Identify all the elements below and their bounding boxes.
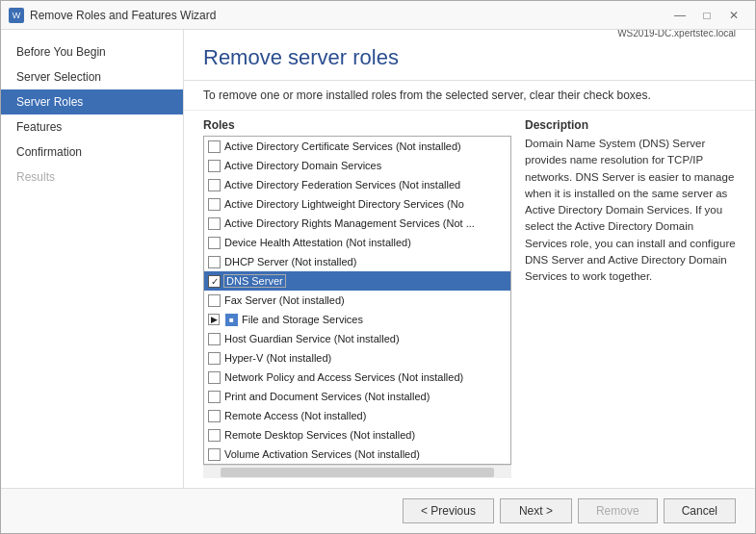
previous-button[interactable]: < Previous [403,498,494,523]
sidebar-item-before-you-begin[interactable]: Before You Begin [1,39,183,64]
sidebar-item-results: Results [1,165,183,190]
role-label: Hyper-V (Not installed) [224,352,331,364]
cancel-button[interactable]: Cancel [664,498,736,523]
role-label-dns: DNS Server [224,275,285,287]
role-checkbox[interactable] [208,371,221,384]
sidebar-item-server-roles[interactable]: Server Roles [1,89,183,114]
roles-column: Roles Active Directory Certificate Servi… [203,111,511,478]
destination-server: DESTINATION SERVER WS2019-DC.xpertstec.l… [617,30,736,38]
role-checkbox[interactable] [208,179,221,191]
role-label: Active Directory Rights Management Servi… [224,217,475,229]
role-label: Active Directory Lightweight Directory S… [224,198,464,210]
role-item[interactable]: Active Directory Lightweight Directory S… [204,194,510,214]
description-header: Description [525,111,736,136]
role-checkbox[interactable] [208,294,221,307]
role-label: Network Policy and Access Services (Not … [224,371,463,383]
horizontal-scrollbar[interactable] [203,465,511,478]
role-checkbox[interactable] [208,237,221,249]
minimize-button[interactable]: — [666,5,693,26]
role-item[interactable]: Web Server (IIS) (Not installed) [204,464,510,465]
roles-header: Roles [203,111,511,136]
role-label: Fax Server (Not installed) [224,294,345,306]
role-item[interactable]: Volume Activation Services (Not installe… [204,445,510,464]
role-checkbox[interactable] [208,448,221,461]
role-item-dns-server[interactable]: DNS Server [204,271,510,291]
wizard-window: W Remove Roles and Features Wizard — □ ✕… [0,0,756,534]
destination-value: WS2019-DC.xpertstec.local [617,30,736,38]
role-label: Remote Access (Not installed) [224,410,366,421]
role-item[interactable]: Print and Document Services (Not install… [204,387,510,406]
role-item[interactable]: Fax Server (Not installed) [204,291,510,310]
role-checkbox[interactable] [208,140,221,153]
role-item[interactable]: DHCP Server (Not installed) [204,252,510,271]
role-checkbox[interactable] [208,198,221,211]
role-checkbox-dns[interactable] [208,275,221,288]
role-label: Host Guardian Service (Not installed) [224,333,400,344]
role-item[interactable]: Remote Desktop Services (Not installed) [204,425,510,445]
role-item[interactable]: Active Directory Certificate Services (N… [204,137,510,156]
title-bar: W Remove Roles and Features Wizard — □ ✕ [1,1,755,30]
role-label: Print and Document Services (Not install… [224,391,430,402]
role-label: File and Storage Services [242,314,363,325]
role-item[interactable]: Active Directory Rights Management Servi… [204,214,510,233]
role-label: Active Directory Certificate Services (N… [224,140,461,152]
role-item[interactable]: Hyper-V (Not installed) [204,348,510,368]
role-checkbox[interactable] [208,429,221,442]
wizard-icon: W [9,8,24,23]
role-item[interactable]: Remote Access (Not installed) [204,406,510,425]
roles-listbox[interactable]: Active Directory Certificate Services (N… [203,136,511,465]
hscroll-thumb[interactable] [221,468,494,477]
sidebar-item-features[interactable]: Features [1,114,183,140]
sidebar-item-confirmation[interactable]: Confirmation [1,140,183,165]
role-item[interactable]: Device Health Attestation (Not installed… [204,233,510,252]
next-button[interactable]: Next > [500,498,572,523]
role-item[interactable]: Network Policy and Access Services (Not … [204,368,510,387]
role-checkbox[interactable] [208,391,221,403]
close-button[interactable]: ✕ [720,5,747,26]
wizard-footer: < Previous Next > Remove Cancel [1,488,755,533]
page-header: Remove server roles DESTINATION SERVER W… [184,30,755,81]
role-label: Remote Desktop Services (Not installed) [224,429,415,441]
role-item-file-storage[interactable]: ▶ File and Storage Services [204,310,510,329]
role-item[interactable]: Active Directory Domain Services [204,156,510,175]
description-column: Description Domain Name System (DNS) Ser… [525,111,736,478]
role-checkbox[interactable] [208,333,221,345]
title-bar-controls: — □ ✕ [666,5,747,26]
instruction-bar: To remove one or more installed roles fr… [184,81,755,111]
role-checkbox-file-storage[interactable] [225,314,238,326]
role-checkbox[interactable] [208,410,221,422]
role-checkbox[interactable] [208,217,221,230]
maximize-button[interactable]: □ [693,5,720,26]
roles-area: Roles Active Directory Certificate Servi… [184,111,755,488]
role-checkbox[interactable] [208,352,221,365]
sidebar: Before You Begin Server Selection Server… [1,30,184,488]
content-area: Before You Begin Server Selection Server… [1,30,755,488]
expand-icon[interactable]: ▶ [208,314,220,325]
remove-button[interactable]: Remove [578,498,658,523]
description-text: Domain Name System (DNS) Server provides… [525,136,736,285]
role-label: Active Directory Federation Services (No… [224,179,460,191]
role-label: Device Health Attestation (Not installed… [224,237,411,248]
main-panel: Remove server roles DESTINATION SERVER W… [184,30,755,488]
role-label: DHCP Server (Not installed) [224,256,356,267]
role-item[interactable]: Host Guardian Service (Not installed) [204,329,510,348]
instruction-text: To remove one or more installed roles fr… [203,89,651,102]
role-item[interactable]: Active Directory Federation Services (No… [204,175,510,194]
sidebar-item-server-selection[interactable]: Server Selection [1,64,183,89]
role-checkbox[interactable] [208,160,221,172]
role-label: Volume Activation Services (Not installe… [224,448,420,460]
title-bar-left: W Remove Roles and Features Wizard [9,8,216,23]
page-title: Remove server roles [203,45,399,70]
title-bar-text: Remove Roles and Features Wizard [30,9,216,22]
role-checkbox[interactable] [208,256,221,268]
role-label: Active Directory Domain Services [224,160,381,171]
